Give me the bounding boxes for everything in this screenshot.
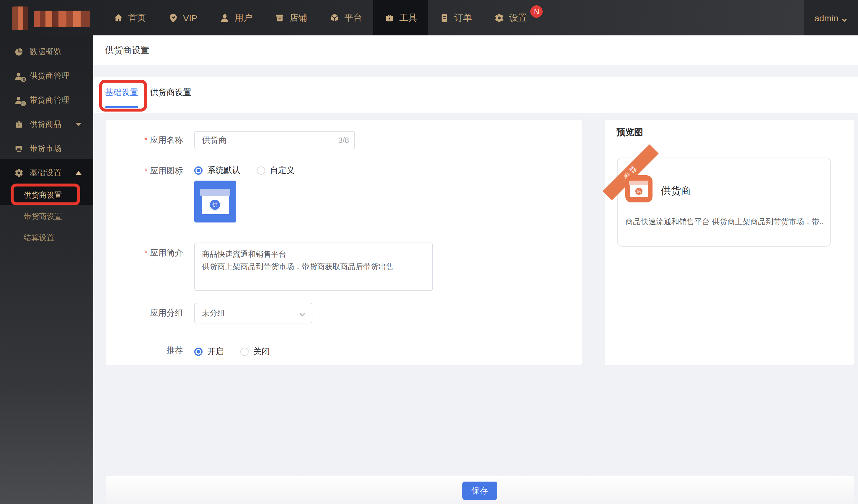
- gear-icon: [14, 168, 23, 177]
- app-group-select[interactable]: 未分组: [194, 303, 312, 323]
- supplier-settings-page: 首页 VIP 用户 店铺: [0, 0, 858, 504]
- nav-item-settings[interactable]: 设置 N: [483, 0, 538, 35]
- recommend-label: 推荐: [106, 346, 194, 358]
- nav-item-shops[interactable]: 店铺: [264, 0, 318, 35]
- nav-item-label: VIP: [183, 13, 197, 23]
- sidebar-item-label: 带货商管理: [30, 95, 69, 105]
- sidebar-item-supplier-management[interactable]: 供 供货商管理: [0, 64, 93, 88]
- nav-item-label: 店铺: [289, 12, 307, 23]
- required-asterisk: *: [144, 248, 148, 257]
- form-row-app-group: 应用分组 未分组: [106, 303, 582, 323]
- form-row-app-name: *应用名称 3/8: [106, 131, 582, 149]
- gear-icon: [494, 13, 504, 23]
- preview-header: 预览图: [605, 120, 854, 142]
- nav-menu: 首页 VIP 用户 店铺: [102, 0, 538, 35]
- app-intro-label: *应用简介: [106, 243, 194, 291]
- supplier-user-icon: 供: [14, 71, 23, 81]
- preview-title: 预览图: [617, 127, 643, 137]
- nav-item-platform[interactable]: 平台: [318, 0, 373, 35]
- sidebar-item-distributor-management[interactable]: 带 带货商管理: [0, 88, 93, 112]
- radio-recommend-off[interactable]: [240, 347, 249, 356]
- app-intro-textarea[interactable]: 商品快速流通和销售平台 供货商上架商品到带货市场，带货商获取商品后带货出售: [194, 243, 433, 291]
- nav-item-label: 首页: [128, 12, 146, 23]
- sidebar-subitem-distributor-settings[interactable]: 带货商设置: [0, 206, 93, 227]
- radio-label-off[interactable]: 关闭: [253, 346, 270, 357]
- sidebar-item-label: 基础设置: [30, 167, 61, 178]
- user-icon: [220, 13, 230, 23]
- market-icon: [14, 144, 23, 153]
- radio-system-default[interactable]: [194, 166, 203, 175]
- nav-item-label: 设置: [509, 12, 527, 23]
- sidebar-item-label: 数据概览: [30, 46, 61, 57]
- home-icon: [113, 13, 123, 23]
- pie-chart-icon: [14, 47, 23, 56]
- briefcase-icon: [384, 13, 395, 23]
- chevron-down-icon: [841, 15, 847, 21]
- settings-form-card: *应用名称 3/8 *应用图标 系统默认 自定义 供: [106, 120, 582, 365]
- select-value: 未分组: [202, 303, 225, 323]
- radio-recommend-on[interactable]: [194, 347, 203, 356]
- nav-item-label: 订单: [454, 12, 472, 23]
- logo-wordmark: [34, 11, 90, 27]
- sidebar-item-market[interactable]: 带货市场: [0, 136, 93, 161]
- sidebar: 数据概览 供 供货商管理 带 带货商管理 供货商品: [0, 35, 93, 504]
- supplier-glyph-badge: 供: [635, 187, 643, 195]
- supplier-badge: 供: [21, 77, 26, 82]
- char-counter: 3/8: [338, 131, 349, 149]
- sidebar-subitem-label: 带货商设置: [23, 211, 62, 222]
- sidebar-subitem-label: 结算设置: [23, 232, 54, 243]
- radio-label-system-default[interactable]: 系统默认: [207, 165, 240, 176]
- nav-item-users[interactable]: 用户: [208, 0, 264, 35]
- preview-panel: 预览图 推荐 供 供货商 商品快速流通和销售平台 供货商上架商品到带货市场，带.…: [605, 120, 854, 365]
- distributor-badge: 带: [21, 101, 26, 106]
- app-name-input[interactable]: [194, 131, 355, 149]
- sidebar-subitem-settlement-settings[interactable]: 结算设置: [0, 227, 93, 248]
- tab-basic-settings[interactable]: 基础设置: [105, 77, 138, 108]
- nav-item-label: 工具: [399, 12, 417, 23]
- box-lid-shape: [200, 189, 230, 196]
- top-navbar: 首页 VIP 用户 店铺: [0, 0, 858, 35]
- chevron-down-icon: [299, 310, 306, 317]
- app-icon-label: *应用图标: [106, 165, 194, 177]
- chevron-down-icon: [76, 123, 81, 126]
- app-icon-preview-image[interactable]: 供: [194, 181, 236, 223]
- radio-custom[interactable]: [257, 166, 265, 175]
- preview-app-name: 供货商: [661, 184, 691, 198]
- user-menu[interactable]: admin: [804, 0, 858, 35]
- sidebar-item-supply-goods[interactable]: 供货商品: [0, 112, 93, 136]
- goods-case-icon: [14, 119, 23, 129]
- nav-item-tools[interactable]: 工具: [373, 0, 428, 35]
- tab-supplier-settings[interactable]: 供货商设置: [150, 77, 191, 108]
- sidebar-subitem-label: 供货商设置: [23, 190, 62, 201]
- chevron-up-icon: [76, 171, 81, 174]
- app-name-label: *应用名称: [106, 131, 194, 149]
- preview-app-icon: 供: [625, 175, 652, 202]
- nav-item-label: 平台: [344, 12, 362, 23]
- nav-item-orders[interactable]: 订单: [428, 0, 483, 35]
- radio-label-on[interactable]: 开启: [207, 346, 224, 357]
- sidebar-item-data-overview[interactable]: 数据概览: [0, 39, 93, 64]
- form-row-app-intro: *应用简介 商品快速流通和销售平台 供货商上架商品到带货市场，带货商获取商品后带…: [106, 243, 582, 291]
- box-lid-shape: [629, 181, 648, 185]
- form-row-recommend: 推荐 开启 关闭: [106, 346, 582, 358]
- nav-item-home[interactable]: 首页: [102, 0, 157, 35]
- footer-action-bar: 保存: [106, 476, 854, 504]
- nav-item-vip[interactable]: VIP: [157, 0, 208, 35]
- new-badge: N: [530, 5, 543, 18]
- order-list-icon: [439, 13, 449, 23]
- active-tab-underline: [105, 106, 138, 108]
- sidebar-subitem-supplier-settings[interactable]: 供货商设置: [0, 185, 93, 206]
- sidebar-item-label: 供货商品: [30, 119, 61, 130]
- app-group-label: 应用分组: [106, 303, 194, 323]
- app-logo[interactable]: [0, 0, 100, 35]
- sidebar-item-label: 带货市场: [30, 143, 61, 154]
- tab-bar: 基础设置 供货商设置: [93, 77, 858, 113]
- required-asterisk: *: [144, 166, 148, 175]
- radio-label-custom[interactable]: 自定义: [270, 165, 295, 176]
- preview-app-description: 商品快速流通和销售平台 供货商上架商品到带货市场，带...: [625, 216, 824, 227]
- tab-label: 供货商设置: [150, 87, 191, 98]
- save-button[interactable]: 保存: [462, 482, 497, 500]
- tab-label: 基础设置: [105, 87, 138, 98]
- storefront-icon: [274, 13, 285, 23]
- sidebar-item-basic-settings[interactable]: 基础设置: [0, 161, 93, 185]
